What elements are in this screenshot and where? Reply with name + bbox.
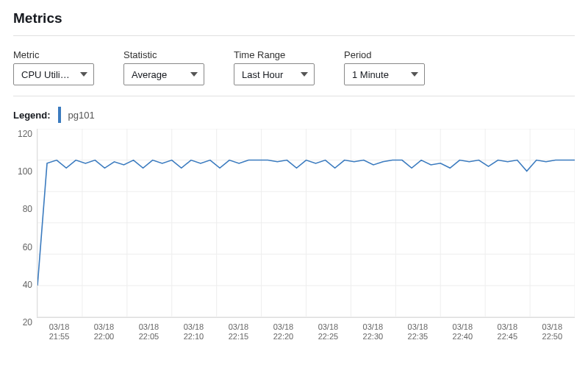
- y-tick: 120: [18, 129, 32, 139]
- metric-group: Metric CPU Utiliz…: [13, 49, 94, 85]
- page-title: Metrics: [13, 0, 575, 35]
- period-label: Period: [344, 49, 425, 60]
- x-tick: 03/1821:55: [37, 322, 82, 343]
- series-line-svg: [37, 129, 575, 317]
- metric-label: Metric: [13, 49, 94, 60]
- y-tick: 80: [23, 204, 32, 214]
- chevron-down-icon: [301, 72, 308, 77]
- y-axis: 120 100 80 60 40 20: [13, 129, 37, 328]
- metric-value: CPU Utiliz…: [21, 69, 74, 80]
- legend-label: Legend:: [13, 110, 51, 121]
- statistic-group: Statistic Average: [123, 49, 204, 85]
- metric-dropdown[interactable]: CPU Utiliz…: [13, 63, 94, 85]
- divider: [13, 35, 575, 36]
- period-value: 1 Minute: [352, 69, 389, 80]
- x-axis: 03/1821:5503/1822:0003/1822:0503/1822:10…: [37, 318, 575, 343]
- series-pg101-path: [37, 160, 575, 286]
- chart: 120 100 80 60 40 20 03/1821:5503/1822:00…: [13, 129, 575, 342]
- chevron-down-icon: [411, 72, 418, 77]
- chevron-down-icon: [190, 72, 198, 77]
- legend-row: Legend: pg101: [13, 96, 575, 129]
- timerange-group: Time Range Last Hour: [234, 49, 315, 85]
- legend-swatch: [58, 107, 61, 123]
- x-tick: 03/1822:40: [440, 322, 485, 343]
- timerange-label: Time Range: [234, 49, 315, 60]
- x-tick: 03/1822:10: [171, 322, 216, 343]
- x-tick: 03/1822:30: [351, 322, 395, 343]
- y-tick: 60: [23, 242, 32, 252]
- x-tick: 03/1822:50: [530, 322, 575, 343]
- y-tick: 100: [18, 166, 32, 177]
- period-group: Period 1 Minute: [344, 49, 425, 85]
- plot-area: [37, 129, 575, 318]
- x-tick: 03/1822:05: [126, 322, 171, 343]
- timerange-dropdown[interactable]: Last Hour: [234, 63, 315, 85]
- x-tick: 03/1822:15: [216, 322, 261, 343]
- statistic-label: Statistic: [123, 49, 204, 60]
- statistic-value: Average: [132, 69, 167, 80]
- chevron-down-icon: [80, 72, 87, 77]
- statistic-dropdown[interactable]: Average: [123, 63, 204, 85]
- period-dropdown[interactable]: 1 Minute: [344, 63, 425, 85]
- x-tick: 03/1822:00: [82, 322, 126, 343]
- y-tick: 20: [23, 317, 32, 328]
- timerange-value: Last Hour: [242, 69, 283, 80]
- x-tick: 03/1822:45: [485, 322, 530, 343]
- controls-row: Metric CPU Utiliz… Statistic Average Tim…: [13, 42, 575, 96]
- x-tick: 03/1822:20: [261, 322, 306, 343]
- x-tick: 03/1822:35: [395, 322, 440, 343]
- legend-series-name: pg101: [68, 110, 95, 121]
- y-tick: 40: [23, 280, 32, 290]
- x-tick: 03/1822:25: [306, 322, 351, 343]
